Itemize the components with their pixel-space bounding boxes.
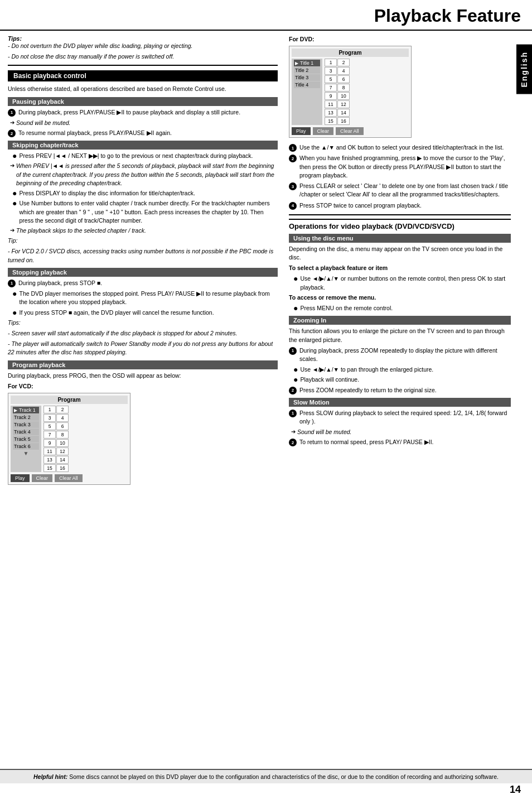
skipping-arrow-1: ➔ When PREV |◄◄ is pressed after the 5 s…	[8, 162, 278, 187]
vcd-num-5[interactable]: 5	[43, 422, 56, 430]
vcd-track-5[interactable]: Track 5	[13, 436, 39, 442]
stopping-item-1: 1 During playback, press STOP ■.	[8, 279, 278, 287]
vcd-track-3[interactable]: Track 3	[13, 421, 39, 428]
dvd-num-11[interactable]: 11	[325, 100, 337, 108]
vcd-track-2[interactable]: Track 2	[13, 414, 39, 421]
vcd-num-8[interactable]: 8	[56, 431, 69, 439]
skipping-arrow-2-text: The playback skips to the selected chapt…	[16, 227, 146, 235]
vcd-num-14[interactable]: 14	[56, 456, 69, 464]
prog-step-3-text: Press CLEAR or select ' Clear ' to delet…	[299, 182, 511, 199]
basic-playback-header: Basic playback control	[8, 70, 278, 81]
vcd-num-12[interactable]: 12	[56, 447, 69, 455]
dvd-title-3[interactable]: Title 3	[294, 74, 320, 81]
dvd-num-3[interactable]: 3	[325, 67, 337, 75]
slow-item-2: 2 To return to normal speed, press PLAY/…	[289, 438, 511, 446]
skipping-bullet-3: ● Use Number buttons to enter valid chap…	[8, 199, 278, 225]
vcd-play-button[interactable]: Play	[11, 474, 30, 482]
dvd-num-2[interactable]: 2	[337, 59, 350, 66]
vcd-num-10[interactable]: 10	[56, 439, 69, 447]
vcd-num-7[interactable]: 7	[43, 431, 56, 439]
stopping-tip-label: Tips:	[8, 319, 278, 327]
skipping-tip-text: - For VCD 2.0 / SVCD discs, accessing tr…	[8, 247, 278, 264]
vcd-num-16[interactable]: 16	[56, 464, 69, 472]
skipping-bullet-2: ● Press DISPLAY to display the disc info…	[8, 189, 278, 198]
pausing-arrow-1: ➔ Sound will be muted.	[8, 119, 278, 127]
disc-menu-bullet-1: ● Use ◄/▶/▲/▼ or number buttons on the r…	[289, 275, 511, 291]
dvd-num-1[interactable]: 1	[325, 59, 337, 66]
slow-circle-2: 2	[289, 439, 297, 446]
dvd-clear-button[interactable]: Clear	[313, 127, 334, 135]
vcd-down-arrow: ▼	[13, 450, 39, 456]
zoom-circle-2: 2	[289, 387, 297, 394]
skipping-arrow-2: ➔ The playback skips to the selected cha…	[8, 227, 278, 235]
pausing-item-1: 1 During playback, press PLAY/PAUSE ▶II …	[8, 108, 278, 117]
dvd-num-15[interactable]: 15	[325, 117, 337, 125]
vcd-num-1[interactable]: 1	[43, 406, 56, 413]
zoom-bullet-1: ● Use ◄/▶/▲/▼ to pan through the enlarge…	[289, 365, 511, 374]
tips-section: Tips: - Do not overturn the DVD player w…	[8, 35, 278, 60]
stopping-bullet-1: ● The DVD player memorises the stopped p…	[8, 290, 278, 306]
dvd-num-6[interactable]: 6	[337, 75, 350, 83]
vcd-prog-header: Program	[11, 396, 128, 404]
vcd-num-9[interactable]: 9	[43, 439, 56, 447]
num-circle-2: 2	[8, 129, 16, 137]
vcd-track-6[interactable]: Track 6	[13, 443, 39, 450]
disc-menu-select-label: To select a playback feature or item	[289, 264, 511, 272]
zoom-bullet-1-text: Use ◄/▶/▲/▼ to pan through the enlarged …	[300, 365, 433, 374]
dvd-num-14[interactable]: 14	[337, 109, 350, 117]
dvd-num-13[interactable]: 13	[325, 109, 337, 117]
dvd-title-2[interactable]: Title 2	[294, 67, 320, 74]
vcd-track-4[interactable]: Track 4	[13, 429, 39, 435]
vcd-num-4[interactable]: 4	[56, 414, 69, 422]
dvd-clear-all-button[interactable]: Clear All	[336, 127, 364, 135]
slow-item-1: 1 Press SLOW during playback to select t…	[289, 409, 511, 426]
dvd-title-4[interactable]: Title 4	[294, 81, 320, 88]
dvd-num-8[interactable]: 8	[337, 84, 350, 92]
vcd-num-15[interactable]: 15	[43, 464, 56, 472]
dvd-tracks: ▶Title 1 Title 2 Title 3 Title 4	[292, 59, 322, 125]
dvd-num-12[interactable]: 12	[337, 100, 350, 108]
slow-arrow-1: ➔ Sound will be muted.	[289, 428, 511, 436]
prog-step-1-text: Use the ▲/▼ and OK button to select your…	[299, 143, 511, 152]
stopping-bullet-2: ● If you press STOP ■ again, the DVD pla…	[8, 309, 278, 317]
prog-step-1: 1 Use the ▲/▼ and OK button to select yo…	[289, 143, 511, 152]
dvd-num-5[interactable]: 5	[325, 75, 337, 83]
skipping-arrow-1-text: When PREV |◄◄ is pressed after the 5 sec…	[16, 162, 278, 187]
vcd-clear-all-button[interactable]: Clear All	[55, 474, 83, 482]
helpful-hint-bar: Helpful hint: Some discs cannot be playe…	[0, 769, 532, 783]
disc-menu-intro: Depending on the disc, a menu may appear…	[289, 245, 511, 262]
prog-step-circle-3: 3	[289, 182, 297, 190]
program-intro: During playback, press PROG, then the OS…	[8, 372, 278, 380]
tip-line-2: - Do not close the disc tray manually if…	[8, 52, 278, 61]
zoom-intro: This function allows you to enlarge the …	[289, 327, 511, 344]
dvd-num-7[interactable]: 7	[325, 84, 337, 92]
vcd-num-13[interactable]: 13	[43, 456, 56, 464]
vcd-track-1[interactable]: ▶Track 1	[13, 407, 39, 413]
vcd-num-6[interactable]: 6	[56, 422, 69, 430]
vcd-num-3[interactable]: 3	[43, 414, 56, 422]
vcd-num-11[interactable]: 11	[43, 447, 56, 455]
pausing-item-2-text: To resume normal playback, press PLAY/PA…	[18, 129, 278, 137]
pausing-arrow-1-text: Sound will be muted.	[16, 119, 70, 127]
num-circle-1: 1	[8, 109, 16, 117]
helpful-hint-label: Helpful hint:	[33, 773, 67, 780]
skipping-bullet-1: ● Press PREV |◄◄ / NEXT ▶▶| to go to the…	[8, 152, 278, 160]
vcd-program-box: Program ▶Track 1 Track 2 Track 3 Track 4…	[8, 393, 278, 485]
disc-menu-bullet-2-text: Press MENU on the remote control.	[300, 304, 393, 312]
prog-step-3: 3 Press CLEAR or select ' Clear ' to del…	[289, 182, 511, 199]
stopping-header: Stopping playback	[8, 268, 278, 277]
stopping-tip-1: - Screen saver will start automatically …	[8, 329, 278, 338]
dvd-program-box: Program ▶Title 1 Title 2 Title 3 Title 4…	[289, 46, 511, 138]
vcd-num-2[interactable]: 2	[56, 406, 69, 413]
language-tab: English	[516, 45, 532, 94]
prog-step-4: 4 Press STOP twice to cancel program pla…	[289, 201, 511, 210]
dvd-num-16[interactable]: 16	[337, 117, 350, 125]
dvd-num-4[interactable]: 4	[337, 67, 350, 75]
vcd-clear-button[interactable]: Clear	[32, 474, 53, 482]
dvd-num-10[interactable]: 10	[337, 92, 350, 100]
dvd-num-9[interactable]: 9	[325, 92, 337, 100]
skipping-bullet-2-text: Press DISPLAY to display the disc inform…	[19, 189, 195, 198]
zoom-item-2-text: Press ZOOM repeatedly to return to the o…	[299, 386, 511, 394]
dvd-play-button[interactable]: Play	[292, 127, 311, 135]
dvd-title-1[interactable]: ▶Title 1	[294, 60, 320, 66]
